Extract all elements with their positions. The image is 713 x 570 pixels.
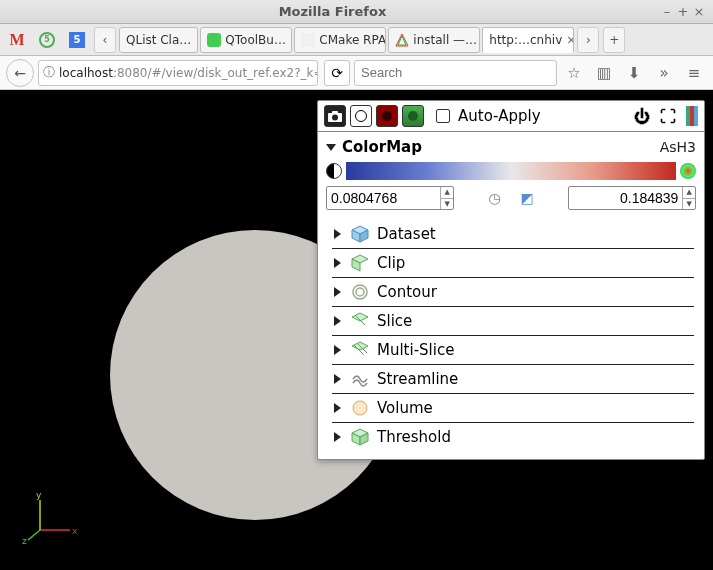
panel-toolbar: Auto-Apply ⏻ ⛶: [318, 101, 704, 132]
downloads-icon[interactable]: ⬇: [621, 64, 647, 82]
svg-point-16: [353, 285, 367, 299]
triangle-icon: [395, 33, 409, 47]
close-window-button[interactable]: ×: [691, 4, 707, 19]
auto-apply-checkbox[interactable]: [436, 109, 450, 123]
collapse-triangle-icon: [334, 345, 341, 355]
svg-point-17: [356, 288, 364, 296]
power-icon[interactable]: ⏻: [634, 107, 650, 126]
svg-line-6: [28, 530, 40, 540]
spinner-icon[interactable]: ▲▼: [440, 187, 453, 209]
circle-app-icon[interactable]: 5: [33, 26, 61, 54]
reader-icon[interactable]: ▥: [591, 64, 617, 82]
range-min-input[interactable]: ▲▼: [326, 186, 454, 210]
color-gradient-bar[interactable]: [346, 162, 676, 180]
spinner-icon[interactable]: ▲▼: [682, 187, 695, 209]
dataset-icon: [351, 225, 369, 243]
time-icon[interactable]: ◷: [488, 190, 500, 206]
filter-label: Contour: [377, 283, 437, 301]
filter-volume[interactable]: Volume: [332, 394, 694, 423]
tab-label: http:…cnhiv: [489, 33, 562, 47]
url-host: localhost: [59, 66, 113, 80]
new-tab-button[interactable]: +: [603, 27, 625, 53]
browser-toolbar: ← ⓘ localhost :8080 /#/view/disk_out_ref…: [0, 56, 713, 90]
cube-mini-icon[interactable]: ◩: [520, 190, 533, 206]
reload-button[interactable]: ⟳: [324, 60, 350, 86]
tab-qtoolbu[interactable]: QToolBu…: [200, 27, 292, 53]
bookmark-star-icon[interactable]: ☆: [561, 64, 587, 82]
browser-tabstrip: M 5 5 ‹ QList Cla… QToolBu… CMake RPAT… …: [0, 24, 713, 56]
control-panel: Auto-Apply ⏻ ⛶ ColorMap AsH3 ▲: [317, 100, 705, 460]
collapse-triangle-icon: [334, 403, 341, 413]
page-icon: [301, 33, 315, 47]
expand-triangle-icon: [326, 144, 336, 151]
filter-clip[interactable]: Clip: [332, 249, 694, 278]
svg-text:x: x: [72, 526, 78, 536]
tab-active[interactable]: http:…cnhiv ×: [482, 27, 574, 53]
filter-list: Dataset Clip Contour Slice Multi-Slice: [332, 220, 694, 451]
palette-icon[interactable]: [680, 163, 696, 179]
close-tab-icon[interactable]: ×: [566, 33, 574, 47]
range-min-field[interactable]: [327, 190, 440, 206]
svg-text:z: z: [22, 536, 27, 546]
volume-icon: [351, 399, 369, 417]
address-bar[interactable]: ⓘ localhost :8080 /#/view/disk_out_ref.e…: [38, 60, 318, 86]
colormap-value: AsH3: [660, 139, 696, 155]
colormap-title: ColorMap: [342, 138, 660, 156]
gmail-icon[interactable]: M: [3, 26, 31, 54]
collapse-triangle-icon: [334, 374, 341, 384]
contrast-icon[interactable]: [326, 163, 342, 179]
search-input[interactable]: [354, 60, 557, 86]
filter-contour[interactable]: Contour: [332, 278, 694, 307]
filter-label: Volume: [377, 399, 433, 417]
render-viewport[interactable]: x y z Auto-Apply ⏻ ⛶ ColorMap: [0, 90, 713, 570]
menu-icon[interactable]: ≡: [681, 64, 707, 82]
app-logo-icon: [686, 106, 698, 126]
tab-qlist[interactable]: QList Cla…: [119, 27, 198, 53]
minimize-button[interactable]: –: [659, 4, 675, 19]
filter-label: Streamline: [377, 370, 458, 388]
svg-point-10: [332, 114, 338, 120]
svg-text:y: y: [36, 490, 42, 500]
tab-cmake[interactable]: CMake RPAT…: [294, 27, 386, 53]
collapse-triangle-icon: [334, 316, 341, 326]
maximize-button[interactable]: +: [675, 4, 691, 19]
window-title: Mozilla Firefox: [6, 4, 659, 19]
filter-label: Slice: [377, 312, 412, 330]
collapse-triangle-icon: [334, 258, 341, 268]
contour-icon: [351, 283, 369, 301]
streamline-icon: [351, 370, 369, 388]
slice-icon: [351, 312, 369, 330]
filter-label: Dataset: [377, 225, 436, 243]
tab-label: QToolBu…: [225, 33, 286, 47]
filter-label: Multi-Slice: [377, 341, 454, 359]
range-max-input[interactable]: ▲▼: [568, 186, 696, 210]
filter-streamline[interactable]: Streamline: [332, 365, 694, 394]
filter-threshold[interactable]: Threshold: [332, 423, 694, 451]
colormap-header[interactable]: ColorMap AsH3: [326, 138, 696, 156]
window-titlebar: Mozilla Firefox – + ×: [0, 0, 713, 24]
tab-scroll-left[interactable]: ‹: [94, 27, 116, 53]
svg-rect-9: [332, 111, 338, 114]
collapse-triangle-icon: [334, 229, 341, 239]
tab-install[interactable]: install —…: [388, 27, 480, 53]
multi-slice-icon: [351, 341, 369, 359]
tab-label: QList Cla…: [126, 33, 191, 47]
filter-multislice[interactable]: Multi-Slice: [332, 336, 694, 365]
tab-scroll-right[interactable]: ›: [577, 27, 599, 53]
collapse-triangle-icon: [334, 287, 341, 297]
blue-square-icon[interactable]: 5: [63, 26, 91, 54]
overflow-icon[interactable]: »: [651, 64, 677, 82]
record-button[interactable]: [376, 105, 398, 127]
range-max-field[interactable]: [569, 190, 682, 206]
white-bg-button[interactable]: [350, 105, 372, 127]
threshold-icon: [351, 428, 369, 446]
colormap-section: ColorMap AsH3 ▲▼ ◷ ◩ ▲▼: [318, 132, 704, 216]
back-button[interactable]: ←: [6, 59, 34, 87]
auto-apply-label: Auto-Apply: [458, 107, 541, 125]
filter-slice[interactable]: Slice: [332, 307, 694, 336]
screenshot-button[interactable]: [324, 105, 346, 127]
expand-icon[interactable]: ⛶: [660, 107, 676, 126]
filter-dataset[interactable]: Dataset: [332, 220, 694, 249]
info-icon[interactable]: ⓘ: [43, 64, 55, 81]
play-button[interactable]: [402, 105, 424, 127]
